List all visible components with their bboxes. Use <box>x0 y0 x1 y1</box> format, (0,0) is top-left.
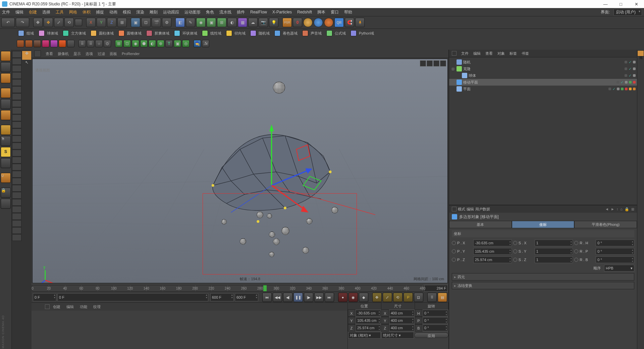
m13-icon[interactable] <box>12 136 21 142</box>
attr-menu-icon[interactable]: ⊞ <box>631 207 634 211</box>
m5-icon[interactable] <box>12 79 21 86</box>
key-pos-icon[interactable]: ✥ <box>372 293 382 302</box>
z-axis-icon[interactable]: Z <box>107 18 116 27</box>
key-scale-icon[interactable]: ⤢ <box>383 293 392 302</box>
m7-icon[interactable] <box>12 93 21 100</box>
menu-选择[interactable]: 选择 <box>42 9 50 15</box>
menu-X-Particles[interactable]: X-Particles <box>272 10 292 14</box>
workplane-icon[interactable] <box>1 73 11 83</box>
key-rot-icon[interactable]: ⟲ <box>393 293 402 302</box>
lock-icon[interactable]: 🔒 <box>1 188 11 198</box>
key-pla-icon[interactable]: ⊡ <box>414 293 423 302</box>
m18-icon[interactable] <box>12 171 21 178</box>
m19-icon[interactable] <box>12 178 21 185</box>
field-球体域[interactable]: 球体域 <box>37 30 59 36</box>
menu-角色[interactable]: 角色 <box>206 9 214 15</box>
m17-icon[interactable] <box>12 164 21 170</box>
undo-icon[interactable]: ↶ <box>1 18 15 27</box>
timeline[interactable]: 0204060801001201401601802002202402602803… <box>32 284 448 292</box>
field-立方体域[interactable]: 立方体域 <box>61 30 87 36</box>
menu-编辑[interactable]: 编辑 <box>15 9 23 15</box>
mg1-icon[interactable] <box>17 40 24 47</box>
person-icon[interactable]: 🧍 <box>355 18 365 27</box>
attr-menu-编辑[interactable]: 编辑 <box>467 207 474 212</box>
grn1-icon[interactable]: ⊞ <box>115 40 122 47</box>
field-声音域[interactable]: 声音域 <box>301 30 323 36</box>
mg3-icon[interactable] <box>34 40 41 47</box>
deformer-icon[interactable]: ▦ <box>238 18 247 27</box>
quaternion-section[interactable]: 四元 <box>452 273 634 281</box>
reset-psr-icon[interactable]: 0 <box>293 18 302 27</box>
mat-menu-纹理[interactable]: 纹理 <box>93 304 101 309</box>
tree-item-克隆[interactable]: ⊟克隆 ✓ <box>449 65 637 72</box>
view-menu-ProRender[interactable]: ProRender <box>122 52 140 56</box>
next-key-icon[interactable]: ▶▶ <box>314 293 324 302</box>
grn4-icon[interactable]: ⬢ <box>140 40 148 47</box>
current-frame-field[interactable]: 0 F <box>57 293 208 301</box>
field-R . P[interactable]: 0 ° <box>596 248 634 255</box>
menu-文件[interactable]: 文件 <box>2 9 10 15</box>
camera-icon[interactable]: 📷 <box>259 18 268 27</box>
m9-icon[interactable] <box>12 107 21 114</box>
menu-工具[interactable]: 工具 <box>56 9 64 15</box>
field-S . Z[interactable]: 1 <box>535 256 573 263</box>
m24-icon[interactable] <box>12 213 21 220</box>
obj-menu-对象[interactable]: 对象 <box>497 51 505 56</box>
mg2-icon[interactable] <box>25 40 33 47</box>
rot-h-field[interactable]: 0 ° <box>423 310 448 316</box>
field-P . X[interactable]: -30.635 cm <box>473 240 512 246</box>
play-pause-icon[interactable]: ❚❚ <box>293 293 303 302</box>
obj-menu-书签[interactable]: 书签 <box>522 51 529 56</box>
attr-menu-模式[interactable]: 模式 <box>458 207 465 212</box>
coord-mode-select[interactable]: 对象 (相对) ▾ <box>348 332 381 339</box>
panel-corner-icon[interactable] <box>452 51 457 56</box>
mg6-icon[interactable] <box>59 40 66 47</box>
render-view-icon[interactable]: ▣ <box>131 18 140 27</box>
field-R . B[interactable]: 0 ° <box>596 256 634 263</box>
pointer-tool-icon[interactable]: ↖ <box>22 60 31 69</box>
eff2-icon[interactable]: ⠿ <box>87 40 94 47</box>
rot-p-field[interactable]: 0 ° <box>423 317 448 324</box>
view-menu-摄像机[interactable]: 摄像机 <box>58 51 69 56</box>
mg5-icon[interactable] <box>50 40 58 47</box>
m26-icon[interactable] <box>12 227 21 234</box>
view-menu-选项[interactable]: 选项 <box>86 51 93 56</box>
field-Python域[interactable]: Python域 <box>349 30 375 36</box>
autokey-icon[interactable]: ◉ <box>348 293 358 302</box>
prev-frame-icon[interactable]: ◀| <box>283 293 292 302</box>
menu-雕刻[interactable]: 雕刻 <box>150 9 158 15</box>
field-圆柱体域[interactable]: 圆柱体域 <box>89 30 115 36</box>
m8-icon[interactable] <box>12 100 21 107</box>
panel-corner-icon[interactable] <box>452 207 457 211</box>
render-pv-icon[interactable]: 🎬 <box>152 18 161 27</box>
field-S . X[interactable]: 1 <box>535 240 573 246</box>
menu-网格[interactable]: 网格 <box>69 9 77 15</box>
sphere2-icon[interactable] <box>314 18 323 27</box>
m16-icon[interactable] <box>12 157 21 163</box>
subdivision-icon[interactable]: ◉ <box>196 18 206 27</box>
size-x-field[interactable]: 400 cm <box>389 310 415 316</box>
edge-mode-icon[interactable] <box>1 110 11 120</box>
view-menu-面板[interactable]: 面板 <box>110 51 117 56</box>
m22-icon[interactable] <box>12 199 21 206</box>
size-mode-select[interactable]: 绝对尺寸 ▾ <box>381 332 414 339</box>
m20-icon[interactable] <box>12 185 21 192</box>
view-menu-过滤[interactable]: 过滤 <box>98 51 105 56</box>
view-menu-显示[interactable]: 显示 <box>73 51 81 56</box>
m27-icon[interactable] <box>12 234 21 241</box>
record-icon[interactable]: ● <box>338 293 347 302</box>
key-param-icon[interactable]: P <box>404 293 413 302</box>
m1-icon[interactable] <box>12 51 21 58</box>
coord-system-icon[interactable]: ⊞ <box>117 18 127 27</box>
attr-up-icon[interactable]: ↑ <box>616 207 619 211</box>
rotation-order-select[interactable]: HPB ▾ <box>604 265 634 271</box>
m23-icon[interactable] <box>12 206 21 213</box>
field-圆锥体域[interactable]: 圆锥体域 <box>117 30 143 36</box>
x-axis-icon[interactable]: X <box>86 18 96 27</box>
grn5-icon[interactable]: ◐ <box>149 40 156 47</box>
light-icon[interactable]: 💡 <box>269 18 278 27</box>
timeline-dots-icon[interactable]: ⠿ <box>427 293 437 302</box>
mouse-mode-icon[interactable]: 🖱 <box>1 136 11 146</box>
field-着色器域[interactable]: 着色器域 <box>273 30 299 36</box>
boole-icon[interactable]: ◐ <box>227 18 237 27</box>
